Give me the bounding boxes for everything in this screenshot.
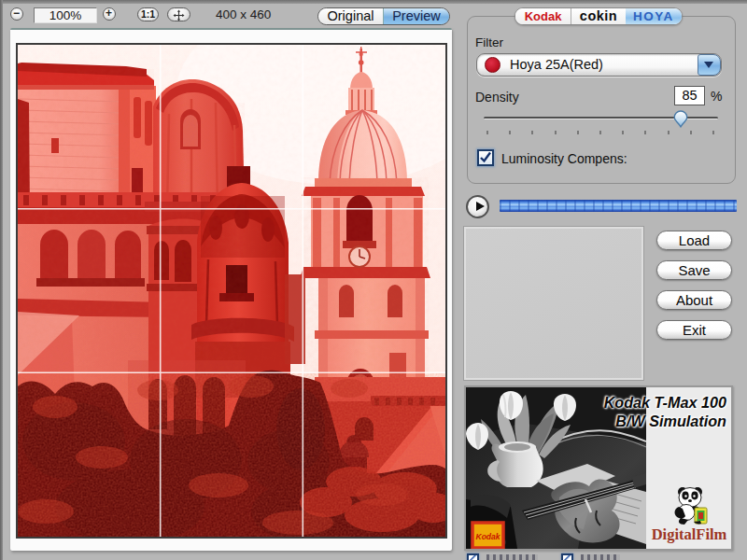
svg-text:Kodak: Kodak	[476, 532, 501, 541]
